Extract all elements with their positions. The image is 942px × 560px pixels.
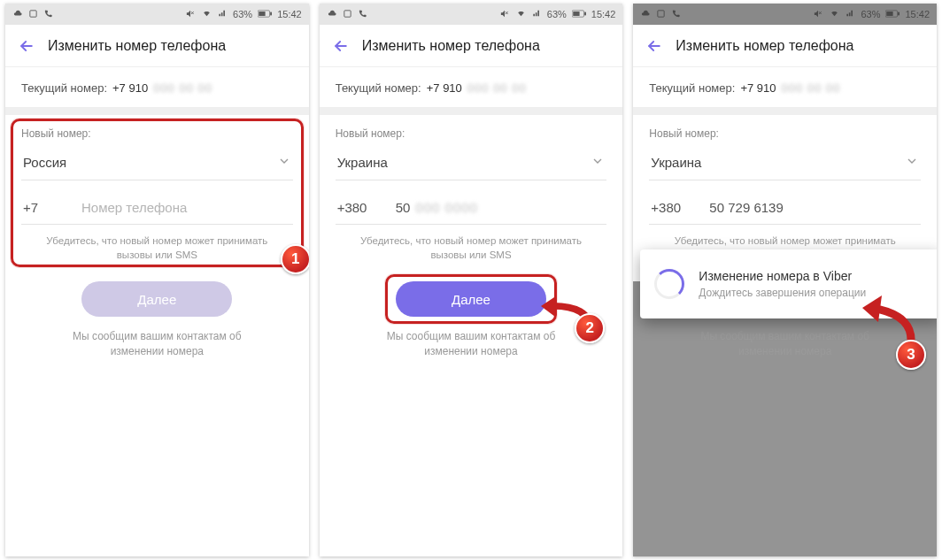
screen-1: 63% 15:42 Изменить номер телефона Текущи… <box>5 4 309 556</box>
mute-icon <box>499 9 510 20</box>
svg-rect-4 <box>259 12 265 16</box>
section-gap <box>320 108 623 115</box>
battery-text: 63% <box>233 9 252 19</box>
notice-line2: изменении номера <box>738 345 831 357</box>
cloud-icon <box>327 9 337 19</box>
phone-hidden: 000 0000 <box>415 200 478 215</box>
country-value: Украина <box>651 155 701 170</box>
screenshot-icon <box>28 9 38 20</box>
phone-input-row[interactable]: +7 Номер телефона <box>21 196 293 225</box>
country-code: +7 <box>23 200 62 215</box>
current-number-row: Текущий номер: +7 910 000 00 00 <box>5 67 309 108</box>
current-number-label: Текущий номер: <box>336 81 421 95</box>
svg-rect-11 <box>584 12 586 16</box>
section-gap <box>5 108 309 115</box>
phone-placeholder: Номер телефона <box>81 200 187 215</box>
screen-2: 63% 15:42 Изменить номер телефона Текущи… <box>320 4 623 556</box>
dialog-title: Изменение номера в Viber <box>699 269 866 283</box>
battery-icon <box>572 9 586 19</box>
phone-number: 50 729 6139 <box>709 200 783 215</box>
screenshot-icon <box>343 9 352 20</box>
current-number-hidden: 000 00 00 <box>467 81 527 95</box>
country-code: +380 <box>651 200 690 215</box>
current-number-row: Текущий номер: +7 910 000 00 00 <box>320 67 623 108</box>
battery-text: 63% <box>547 9 567 19</box>
title-bar: Изменить номер телефона <box>320 25 623 67</box>
page-title: Изменить номер телефона <box>48 38 226 54</box>
contacts-notice: Мы сообщим вашим контактам об изменении … <box>5 327 309 361</box>
country-select[interactable]: Украина <box>649 149 921 180</box>
svg-rect-10 <box>573 12 579 16</box>
section-gap <box>633 108 937 115</box>
viber-icon <box>43 9 53 20</box>
wifi-icon <box>201 9 212 19</box>
current-number-hidden: 000 00 00 <box>153 81 212 95</box>
hint-line1: Убедитесь, что новый номер может принима… <box>675 235 896 246</box>
chevron-down-icon <box>591 154 605 171</box>
country-value: Украина <box>337 155 388 170</box>
page-title: Изменить номер телефона <box>362 38 540 54</box>
current-number-hidden: 000 00 00 <box>782 81 841 95</box>
notice-line1: Мы сообщим вашим контактам об <box>387 330 556 342</box>
status-bar: 63% 15:42 <box>5 4 309 25</box>
country-value: Россия <box>23 155 66 170</box>
chevron-down-icon <box>905 154 919 171</box>
step-badge-1: 1 <box>281 244 309 274</box>
notice-line1: Мы сообщим вашим контактам об <box>700 330 869 342</box>
chevron-down-icon <box>277 154 291 171</box>
back-icon[interactable] <box>18 37 35 55</box>
country-select[interactable]: Украина <box>336 149 607 180</box>
back-icon[interactable] <box>645 37 663 55</box>
current-number-label: Текущий номер: <box>649 81 735 95</box>
new-number-label: Новый номер: <box>336 127 607 140</box>
hint-line1: Убедитесь, что новый номер может принима… <box>360 235 582 246</box>
signal-icon <box>218 9 228 19</box>
hint-line2: вызовы или SMS <box>430 249 511 260</box>
country-code: +380 <box>337 200 376 215</box>
step-badge-3: 3 <box>896 340 926 370</box>
screen-3: 63% 15:42 Изменить номер телефона Текущи… <box>633 4 937 556</box>
current-number-value: +7 910 <box>740 81 776 95</box>
spinner-icon <box>654 269 684 299</box>
clock-text: 15:42 <box>277 9 302 19</box>
svg-rect-0 <box>30 10 36 16</box>
viber-icon <box>358 9 367 20</box>
page-title: Изменить номер телефона <box>676 38 853 54</box>
current-number-value: +7 910 <box>112 81 148 95</box>
notice-line2: изменении номера <box>111 345 204 357</box>
phone-prefix: 50 <box>396 200 411 215</box>
current-number-value: +7 910 <box>427 81 462 95</box>
phone-input-row[interactable]: +380 50 729 6139 <box>649 196 921 225</box>
clock-text: 15:42 <box>591 9 616 19</box>
svg-rect-5 <box>270 12 272 16</box>
dialog-subtitle: Дождитесь завершения операции <box>699 287 866 299</box>
new-number-form: Новый номер: Россия +7 Номер телефона Уб… <box>5 115 309 281</box>
new-number-label: Новый номер: <box>21 127 293 140</box>
notice-line1: Мы сообщим вашим контактам об <box>73 330 242 342</box>
cloud-icon <box>12 9 23 19</box>
next-button[interactable]: Далее <box>396 281 546 317</box>
current-number-row: Текущий номер: +7 910 000 00 00 <box>633 67 937 108</box>
next-button[interactable]: Далее <box>81 281 232 317</box>
hint-line2: вызовы или SMS <box>117 249 197 260</box>
new-number-label: Новый номер: <box>649 127 921 140</box>
hint-text: Убедитесь, что новый номер может принима… <box>336 234 607 262</box>
notice-line2: изменении номера <box>424 345 517 357</box>
title-bar: Изменить номер телефона <box>633 25 937 67</box>
title-bar: Изменить номер телефона <box>5 25 309 67</box>
signal-icon <box>532 9 542 19</box>
wifi-icon <box>515 9 527 19</box>
hint-text: Убедитесь, что новый номер может принима… <box>21 234 293 262</box>
mute-icon <box>185 9 196 20</box>
svg-rect-6 <box>344 10 351 16</box>
current-number-label: Текущий номер: <box>21 81 107 95</box>
new-number-form: Новый номер: Украина +380 50 000 0000 Уб… <box>320 115 623 281</box>
back-icon[interactable] <box>332 37 350 55</box>
status-bar: 63% 15:42 <box>320 4 623 25</box>
battery-icon <box>258 9 272 19</box>
country-select[interactable]: Россия <box>21 149 293 180</box>
phone-input-row[interactable]: +380 50 000 0000 <box>336 196 607 225</box>
hint-line1: Убедитесь, что новый номер может принима… <box>46 235 267 246</box>
